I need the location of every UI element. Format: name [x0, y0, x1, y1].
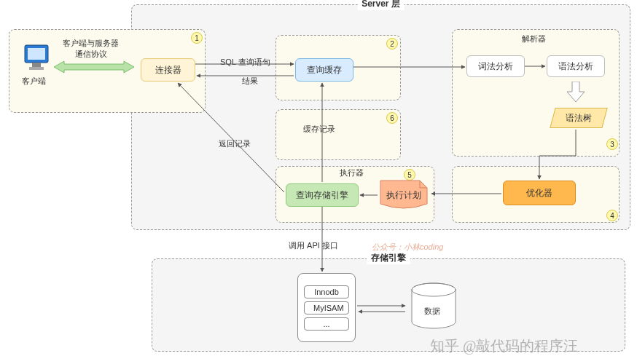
engine-myisam: MyISAM [304, 301, 349, 314]
badge-4: 4 [606, 210, 618, 221]
protocol-arrow [54, 60, 134, 74]
badge-3: 3 [606, 138, 618, 150]
down-arrow-icon [566, 82, 586, 103]
engine-more: ... [304, 317, 349, 331]
svg-rect-3 [29, 67, 44, 70]
cache-record-label: 缓存记录 [303, 124, 335, 135]
svg-rect-1 [28, 48, 45, 60]
badge-1: 1 [191, 32, 203, 44]
result-label: 结果 [242, 76, 258, 87]
engine-stack: Innodb MyISAM ... [297, 273, 356, 342]
sql-stmt-label: SQL 查询语句 [220, 57, 270, 68]
badge-6: 6 [386, 112, 398, 124]
query-cache-node: 查询缓存 [295, 58, 353, 82]
server-layer-title: Server 层 [357, 0, 405, 10]
lexer-node: 词法分析 [466, 55, 525, 77]
engine-innodb: Innodb [304, 285, 349, 298]
svg-marker-4 [54, 61, 134, 73]
executor-title: 执行器 [340, 167, 364, 178]
return-record-label: 返回记录 [219, 138, 251, 149]
query-engine-node: 查询存储引擎 [286, 183, 359, 207]
badge-2: 2 [386, 38, 398, 50]
storage-title: 存储引擎 [367, 252, 410, 264]
connector-node: 连接器 [141, 58, 195, 82]
monitor-icon [22, 42, 51, 71]
optimizer-node: 优化器 [503, 181, 576, 205]
svg-marker-5 [567, 82, 585, 102]
parser-region [452, 29, 620, 157]
client-label: 客户端 [22, 76, 46, 87]
diagram-canvas: Server 层 1 客户端 客户端与服务器 通信协议 连接器 2 查询缓存 解… [0, 0, 637, 364]
protocol-label: 客户端与服务器 通信协议 [63, 38, 119, 60]
exec-plan-node: 执行计划 [379, 179, 430, 213]
data-label: 数据 [424, 306, 440, 317]
svg-rect-2 [32, 63, 41, 67]
watermark-text: 公众号：小林coding [372, 242, 443, 253]
zhihu-watermark: 知乎 @敲代码的程序汪 [430, 336, 578, 356]
syntax-node: 语法分析 [547, 55, 605, 77]
parser-title: 解析器 [522, 33, 546, 44]
region-6 [275, 109, 401, 160]
syntax-tree-node: 语法树 [550, 108, 608, 128]
api-call-label: 调用 API 接口 [289, 240, 338, 251]
